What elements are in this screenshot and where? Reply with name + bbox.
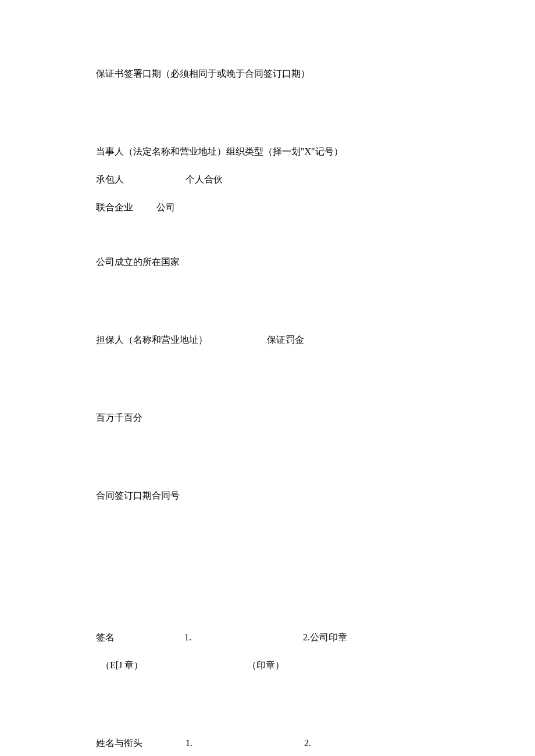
contract-date-number-text: 合同签订口期合同号 (96, 490, 180, 500)
signature-two-seal: 2.公司印章 (303, 632, 347, 642)
name-title-two: 2. (304, 738, 311, 748)
seal-one: （E[J 章） (101, 658, 245, 672)
contractor-line: 承包人 个人合伙 (96, 173, 439, 187)
seal-two: （印章） (247, 660, 284, 670)
signature-label: 签名 (96, 630, 182, 644)
contractor-label: 承包人 (96, 173, 183, 187)
penalty-label: 保证罚金 (267, 335, 304, 345)
amount-units-text: 百万千百分 (96, 413, 142, 422)
company-country-text: 公司成立的所在国家 (96, 257, 180, 267)
name-title-one: 1. (186, 736, 302, 750)
signature-line: 签名 1. 2.公司印章 (96, 630, 439, 644)
guarantor-label: 担保人（名称和营业地址） (96, 333, 265, 347)
amount-units-line: 百万千百分 (96, 411, 439, 425)
bond-date-text: 保证书签署口期（必须相同于或晚于合同签订口期） (96, 69, 310, 78)
guarantor-line: 担保人（名称和营业地址） 保证罚金 (96, 333, 439, 347)
joint-venture-label: 联合企业 (96, 200, 154, 214)
bond-date-note: 保证书签署口期（必须相同于或晚于合同签订口期） (96, 67, 439, 81)
seal-line: （E[J 章） （印章） (96, 658, 439, 672)
name-title-label: 姓名与衔头 (96, 736, 183, 750)
name-title-line: 姓名与衔头 1. 2. (96, 736, 439, 750)
company-country-line: 公司成立的所在国家 (96, 255, 439, 269)
company-label: 公司 (156, 202, 175, 212)
joint-venture-line: 联合企业 公司 (96, 200, 439, 214)
individual-partnership-label: 个人合伙 (186, 174, 223, 184)
party-org-type-line: 当事人（法定名称和营业地址）组织类型（择一划"X"记号） (96, 145, 439, 159)
party-org-type-text: 当事人（法定名称和营业地址）组织类型（择一划"X"记号） (96, 146, 343, 156)
signature-one: 1. (184, 630, 301, 644)
contract-date-number-line: 合同签订口期合同号 (96, 489, 439, 503)
